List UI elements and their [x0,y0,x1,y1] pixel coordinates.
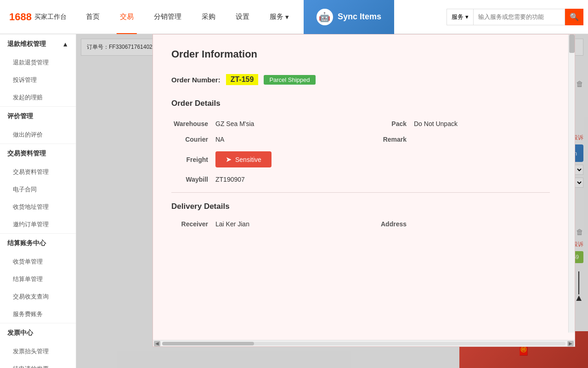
hscrollbar-right-btn[interactable]: ▶ [567,341,574,346]
sync-icon: 🤖 [317,9,333,25]
info-row-pack: Pack Do Not Unpack [370,120,550,127]
modal-hscrollbar[interactable]: ◀ ▶ [153,340,575,346]
main-layout: 退款维权管理 ▲ 退款退货管理 投诉管理 发起的理赔 评价管理 做出的评价 交易… [0,34,588,368]
nav-purchase[interactable]: 采购 [192,0,226,34]
info-row-warehouse: Warehouse GZ Sea M'sia [171,120,351,127]
sidebar-item-invite-order[interactable]: 邀约订单管理 [0,216,76,233]
modal-scrollbar[interactable] [568,34,575,333]
receiver-label: Receiver [171,220,208,228]
sidebar-item-settlement[interactable]: 结算单管理 [0,270,76,288]
status-badge: Parcel Shipped [264,75,315,85]
sidebar-item-servicefee[interactable]: 服务费账务 [0,305,76,323]
freight-label: Freight [171,156,208,163]
remark-label: Remark [370,136,407,143]
info-row-waybill: Waybill ZT190907 [171,176,351,183]
modal-overlay: Order Information Order Number: ZT-159 P… [76,34,588,368]
address-label: Address [370,220,407,228]
search-button[interactable]: 🔍 [565,9,583,25]
courier-value: NA [215,136,224,143]
hscrollbar-track[interactable] [162,342,565,345]
hscrollbar-left-btn[interactable]: ◀ [154,341,160,346]
delivery-row-address: Address [370,220,550,228]
courier-label: Courier [171,136,208,143]
info-row-freight: Freight ➤ Sensitive [171,151,351,167]
info-row-courier: Courier NA [171,136,351,143]
info-row-empty [370,151,550,167]
delivery-details-grid: Receiver Lai Ker Jian Address [171,220,550,228]
order-details-grid: Warehouse GZ Sea M'sia Pack Do Not Unpac… [171,120,550,183]
logo-text: 1688 [9,11,32,23]
sidebar-item-address[interactable]: 收货地址管理 [0,198,76,216]
sidebar-item-pending-invoice[interactable]: 待申请的发票 [0,360,76,368]
search-service-select[interactable]: 服务 ▾ [447,9,473,25]
logo-sub: 买家工作台 [34,13,67,21]
sidebar-group-invoice[interactable]: 发票中心 [0,323,76,343]
send-icon: ➤ [226,155,232,164]
waybill-label: Waybill [171,176,208,183]
sidebar-item-invoice-header[interactable]: 发票抬头管理 [0,343,76,360]
sidebar-item-refund[interactable]: 退款退货管理 [0,54,76,71]
sidebar-group-review[interactable]: 评价管理 [0,106,76,126]
sidebar-item-tradeflow[interactable]: 交易收支查询 [0,288,76,305]
nav-distribution[interactable]: 分销管理 [144,0,192,34]
chevron-up-icon: ▲ [62,40,68,48]
sidebar-item-complaint[interactable]: 投诉管理 [0,71,76,89]
sidebar-group-aftersale[interactable]: 退款维权管理 ▲ [0,34,76,54]
freight-button[interactable]: ➤ Sensitive [215,151,271,167]
search-input[interactable] [473,9,565,25]
sidebar-item-claim[interactable]: 发起的理赔 [0,89,76,106]
section-divider [171,192,550,193]
sidebar: 退款维权管理 ▲ 退款退货管理 投诉管理 发起的理赔 评价管理 做出的评价 交易… [0,34,76,368]
content-area: 订单号：FF330671761402002 2016-02-22 02:37:5… [76,34,588,368]
navbar-search: 服务 ▾ 🔍 [447,9,583,25]
sync-button[interactable]: 🤖 Sync Items [304,0,394,34]
pack-label: Pack [370,120,407,127]
search-icon: 🔍 [570,12,579,21]
logo: 1688 买家工作台 [0,11,76,23]
nav-settings[interactable]: 设置 [226,0,260,34]
order-number-label: Order Number: [171,76,220,84]
modal-title: Order Information [171,48,550,60]
navbar-nav: 首页 交易 分销管理 采购 设置 服务 ▾ 🤖 Sync Items [76,0,447,34]
modal-scrollbar-thumb[interactable] [569,34,575,53]
modal-container: Order Information Order Number: ZT-159 P… [153,34,575,347]
order-number-row: Order Number: ZT-159 Parcel Shipped [171,74,550,85]
order-number-value: ZT-159 [226,74,259,85]
hscrollbar-thumb[interactable] [162,342,254,345]
receiver-value: Lai Ker Jian [215,220,249,228]
modal-body: Order Information Order Number: ZT-159 P… [153,34,568,340]
sidebar-item-contract[interactable]: 电子合同 [0,181,76,198]
waybill-value: ZT190907 [215,176,245,183]
sidebar-item-tradedata[interactable]: 交易资料管理 [0,163,76,181]
delivery-details-title: Delivery Details [171,202,550,211]
pack-value: Do Not Unpack [414,120,458,127]
nav-trade[interactable]: 交易 [110,0,144,34]
navbar: 1688 买家工作台 首页 交易 分销管理 采购 设置 服务 ▾ 🤖 Sync … [0,0,588,34]
chevron-down-icon: ▾ [285,13,289,21]
nav-service[interactable]: 服务 ▾ [260,0,299,34]
info-row-remark: Remark [370,136,550,143]
sidebar-group-tradeinfo[interactable]: 交易资料管理 [0,144,76,163]
chevron-down-icon: ▾ [465,13,469,20]
delivery-row-receiver: Receiver Lai Ker Jian [171,220,351,228]
warehouse-value: GZ Sea M'sia [215,120,254,127]
sidebar-item-receipt[interactable]: 收货单管理 [0,253,76,270]
warehouse-label: Warehouse [171,120,208,127]
sidebar-group-settlement[interactable]: 结算账务中心 [0,233,76,253]
order-details-title: Order Details [171,99,550,111]
sidebar-item-myreview[interactable]: 做出的评价 [0,126,76,144]
nav-home[interactable]: 首页 [76,0,110,34]
